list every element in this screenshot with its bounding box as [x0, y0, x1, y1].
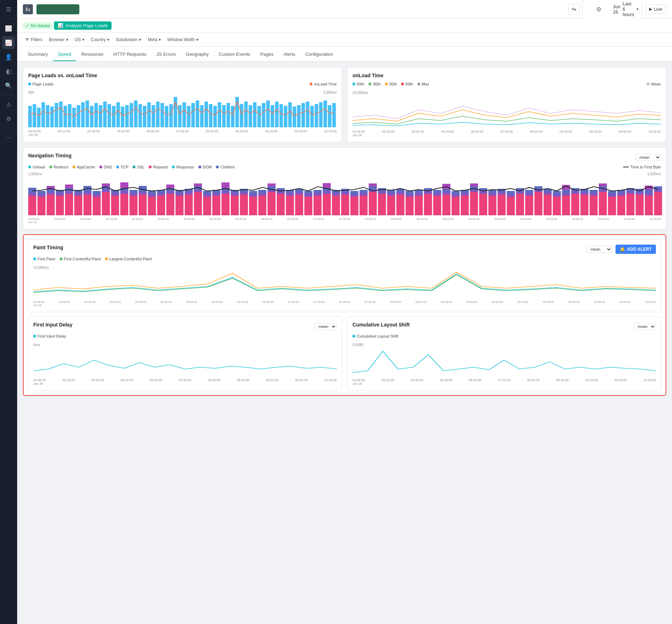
page-loads-label: Page Loads	[33, 82, 54, 86]
browser-filter[interactable]: Browser ▾	[47, 36, 70, 43]
svg-rect-41	[196, 100, 199, 127]
request-label: Request	[153, 165, 168, 169]
svg-rect-116	[120, 182, 128, 188]
svg-rect-63	[293, 107, 296, 127]
app-icon	[23, 4, 33, 14]
svg-rect-279	[589, 190, 598, 193]
fid-y-label: 6ms	[33, 343, 40, 347]
sidebar-chart-icon[interactable]: 📈	[2, 36, 15, 49]
p90-label: 90th	[373, 82, 380, 86]
nav-timing-select[interactable]: mean median	[636, 154, 661, 161]
os-filter[interactable]: OS ▾	[73, 36, 87, 43]
svg-rect-3	[28, 106, 32, 127]
analyze-button[interactable]: 📊 Analyze Page Loads	[54, 21, 111, 30]
paint-x-axis: 04:35:00Jun 26 04:50:00 05:05:00 05:20:0…	[33, 300, 656, 307]
sidebar-settings-icon[interactable]: ⚙	[2, 112, 15, 125]
svg-rect-297	[645, 193, 653, 196]
svg-rect-13	[72, 108, 76, 127]
ssl-dot	[133, 166, 135, 168]
svg-rect-198	[360, 196, 368, 215]
p95-dot	[385, 83, 388, 85]
svg-rect-68	[315, 104, 318, 127]
appcache-label: AppCache	[77, 165, 95, 169]
window-width-filter[interactable]: Window Width ▾	[165, 36, 201, 43]
time-range-button[interactable]: Jun 26 Last 6 hours ▾	[583, 0, 643, 19]
svg-rect-42	[200, 105, 204, 127]
sidebar-divider-1	[4, 19, 14, 19]
tab-js-errors[interactable]: JS Errors	[152, 48, 181, 61]
svg-rect-228	[443, 189, 451, 192]
live-label: Live	[654, 6, 662, 12]
redirect-dot	[49, 166, 52, 168]
svg-rect-240	[479, 194, 488, 215]
first-paint-label: First Paint	[38, 257, 55, 261]
live-button[interactable]: ▶ Live	[645, 5, 666, 14]
first-input-delay-select[interactable]: mean	[315, 323, 337, 330]
svg-rect-157	[240, 195, 248, 215]
ttfb-label: Time to First Byte	[630, 165, 661, 169]
filters-button[interactable]: Filters	[23, 36, 45, 43]
svg-rect-130	[166, 194, 174, 215]
svg-rect-280	[599, 192, 607, 215]
tab-geography[interactable]: Geography	[181, 48, 214, 61]
onload-legend: 50th 90th 95th 99th	[352, 82, 661, 86]
svg-rect-80	[28, 190, 36, 193]
chart-icon: 📊	[58, 23, 63, 28]
tab-custom-events[interactable]: Custom Events	[214, 48, 255, 61]
svg-rect-33	[160, 103, 164, 127]
svg-rect-28	[138, 104, 142, 127]
svg-rect-105	[93, 191, 101, 194]
svg-rect-17	[90, 106, 94, 127]
svg-rect-204	[369, 183, 377, 186]
sidebar-search-icon[interactable]: 🔍	[2, 79, 15, 92]
cls-svg	[352, 348, 656, 376]
tab-pages[interactable]: Pages	[255, 48, 278, 61]
tab-alerts[interactable]: Alerts	[278, 48, 300, 61]
tab-configuration[interactable]: Configuration	[300, 48, 338, 61]
svg-rect-113	[120, 194, 128, 215]
sidebar-alert-icon[interactable]: ⚠	[2, 98, 15, 111]
sidebar-users-icon[interactable]: 👤	[2, 50, 15, 63]
country-filter[interactable]: Country ▾	[89, 36, 112, 43]
svg-rect-56	[262, 103, 265, 127]
paint-timing-title: Paint Timing	[33, 245, 63, 250]
svg-rect-214	[406, 197, 414, 215]
tab-resources[interactable]: Resources	[76, 48, 108, 61]
paint-svg	[33, 270, 656, 299]
dns-dot	[99, 166, 102, 168]
svg-rect-193	[341, 192, 349, 195]
link-button[interactable]	[568, 4, 580, 15]
tab-http-requests[interactable]: HTTP Requests	[108, 48, 151, 61]
sidebar-layers-icon[interactable]: ◧	[2, 65, 15, 78]
svg-rect-26	[130, 103, 133, 127]
svg-rect-174	[286, 193, 294, 196]
dom-dot	[198, 166, 201, 168]
sidebar-monitor-icon[interactable]: ⬜	[2, 22, 15, 35]
subdivision-filter[interactable]: Subdivision ▾	[114, 36, 143, 43]
svg-rect-69	[319, 102, 323, 127]
chevron-down-icon: ▾	[66, 37, 68, 42]
sidebar-more-icon[interactable]: ···	[2, 131, 15, 144]
svg-rect-55	[257, 106, 261, 127]
svg-rect-287	[617, 196, 626, 215]
legend-appcache: AppCache	[73, 165, 95, 169]
svg-rect-215	[406, 194, 414, 197]
app-search-box[interactable]	[36, 4, 79, 14]
svg-rect-177	[295, 192, 303, 195]
paint-timing-header: Paint Timing mean median 🔔 ADD ALERT	[33, 245, 656, 254]
svg-rect-298	[645, 190, 653, 193]
tab-speed[interactable]: Speed	[53, 48, 76, 61]
paint-timing-select[interactable]: mean median	[587, 246, 612, 253]
svg-rect-137	[185, 195, 193, 215]
svg-rect-52	[244, 102, 248, 127]
svg-rect-260	[534, 186, 543, 189]
sidebar-menu-icon[interactable]: ☰	[2, 3, 15, 16]
tab-summary[interactable]: Summary	[23, 48, 53, 61]
svg-rect-258	[534, 192, 543, 215]
cls-select[interactable]: mean	[634, 323, 656, 330]
svg-rect-16	[85, 100, 89, 127]
svg-rect-170	[277, 194, 285, 215]
add-alert-button[interactable]: 🔔 ADD ALERT	[616, 245, 656, 254]
meta-filter[interactable]: Meta ▾	[145, 36, 163, 43]
onload-svg	[352, 95, 661, 128]
